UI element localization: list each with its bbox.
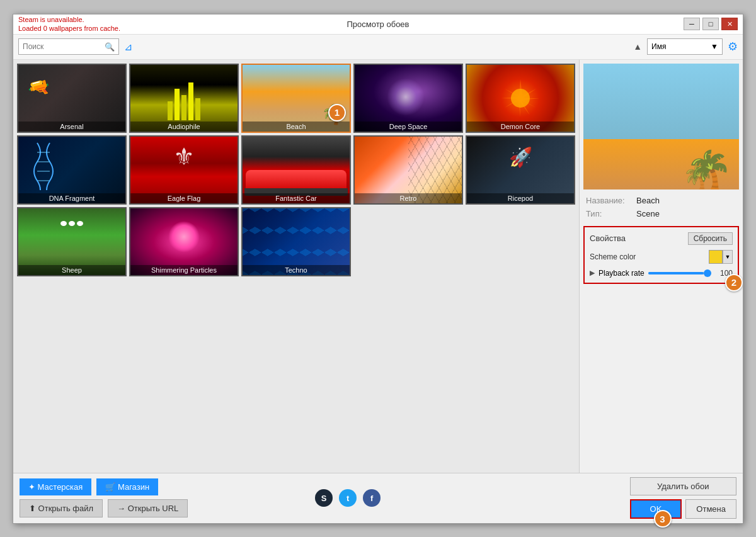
bottom-right-buttons: Удалить обои OK Отмена 3 [630,477,736,519]
badge-1: 1 [328,104,346,122]
open-url-button[interactable]: → Открыть URL [108,499,188,517]
thumb-ricepod[interactable]: 🚀 Ricepod [466,135,575,205]
props-header: Свойства Сбросить [590,232,733,245]
badge-2-overlay: 2 [725,274,743,291]
scheme-color-label: Scheme color [590,252,709,261]
filter-icon[interactable]: ⊿ [124,41,132,53]
thumb-label-sheep: Sheep [18,265,125,275]
thumb-fantasticcar[interactable]: Fantastic Car [241,135,351,205]
thumb-beach[interactable]: 🌴 Beach 1 [241,64,351,133]
steam-icon[interactable]: S [315,489,333,507]
thumb-label-dna: DNA Fragment [18,193,125,203]
thumb-label-ricepod: Ricepod [467,193,574,203]
thumb-eagleflag[interactable]: ⚜ Eagle Flag [129,135,239,205]
search-box: 🔍 [18,38,119,55]
delete-button[interactable]: Удалить обои [630,477,736,495]
cancel-button[interactable]: Отмена [685,499,736,519]
main-window: Steam is unavailable. Loaded 0 wallpaper… [13,14,743,524]
ricepod-icon: 🚀 [509,146,532,168]
file-url-row: ⬆ Открыть файл → Открыть URL [20,499,188,517]
maximize-button[interactable]: □ [702,18,719,30]
playback-slider[interactable] [648,272,711,274]
error-area: Steam is unavailable. Loaded 0 wallpaper… [18,15,120,33]
badge-3: 3 [654,510,672,528]
galaxy-glow [387,78,425,116]
type-label: Тип: [586,209,636,218]
minimize-button[interactable]: ─ [684,18,700,30]
close-button[interactable]: ✕ [721,18,738,30]
shop-button[interactable]: 🛒 Магазин [96,478,158,495]
window-controls: ─ □ ✕ [684,18,738,30]
badge-2: 2 [725,274,743,291]
type-value: Scene [636,209,660,218]
open-file-button[interactable]: ⬆ Открыть файл [20,499,103,517]
title-bar: Steam is unavailable. Loaded 0 wallpaper… [13,14,743,35]
thumb-deepspace[interactable]: Deep Space [353,64,463,133]
dna-svg [25,140,62,190]
bottom-left-buttons: ✦ Мастерская 🛒 Магазин ⬆ Открыть файл → … [20,478,188,517]
name-info-row: Название: Beach [583,196,739,205]
thumb-label-beach: Beach [243,122,350,132]
thumb-arsenal[interactable]: 🔫 Arsenal [17,64,127,133]
thumb-label-shimmering: Shimmering Particles [130,265,238,275]
type-info-row: Тип: Scene [583,209,739,218]
name-value: Beach [636,196,660,205]
slider-fill [648,272,704,274]
badge-1-overlay: 1 [328,104,346,122]
thumb-dna[interactable]: DNA Fragment [17,135,127,205]
sort-dropdown[interactable]: Имя ▼ [647,38,723,55]
thumb-sheep[interactable]: Sheep [17,207,127,276]
properties-box: Свойства Сбросить Scheme color ▼ ▶ Playb… [583,226,739,284]
settings-icon[interactable]: ⚙ [728,40,738,54]
workshop-button[interactable]: ✦ Мастерская [20,478,91,495]
window-title: Просмотр обоев [346,20,409,29]
thumb-audiophile[interactable]: Audiophile [129,64,239,133]
demoncore-spikes [498,76,542,120]
badge-3-overlay: 3 [654,510,672,528]
toolbar: 🔍 ⊿ ▲ Имя ▼ ⚙ [13,35,743,60]
thumb-shimmering[interactable]: Shimmering Particles [129,207,239,276]
side-panel: 🌴 🌴 Название: Beach Тип: Scene Свойства … [579,60,743,473]
bottom-bar: ✦ Мастерская 🛒 Магазин ⬆ Открыть файл → … [13,473,743,523]
gallery-panel: 🔫 Arsenal Audiophile [13,60,579,473]
wallpaper-grid: 🔫 Arsenal Audiophile [17,64,575,276]
color-swatch[interactable] [709,250,723,264]
sort-asc-icon[interactable]: ▲ [633,42,642,52]
twitter-icon[interactable]: t [339,489,357,507]
preview-image: 🌴 🌴 [583,64,739,189]
social-icons: S t f [315,489,381,507]
workshop-shop-row: ✦ Мастерская 🛒 Магазин [20,478,188,495]
search-icon[interactable]: 🔍 [105,42,115,52]
thumb-label-fantasticcar: Fantastic Car [243,193,350,203]
shimmering-glow [168,221,200,252]
main-content: 🔫 Arsenal Audiophile [13,60,743,473]
thumb-label-deepspace: Deep Space [355,122,462,132]
reset-button[interactable]: Сбросить [688,232,733,245]
playback-row: ▶ Playback rate 100 [590,269,733,278]
error-text: Steam is unavailable. Loaded 0 wallpaper… [18,15,120,33]
props-title: Свойства [590,234,626,243]
thumb-techno[interactable]: Techno [241,207,351,276]
scheme-color-row: Scheme color ▼ [590,250,733,264]
color-dropdown-button[interactable]: ▼ [723,250,733,264]
svg-point-1 [511,89,530,108]
name-label: Название: [586,196,636,205]
search-input[interactable] [23,42,105,51]
slider-thumb[interactable] [704,269,711,277]
thumb-demoncore[interactable]: Demon Core [466,64,575,133]
facebook-icon[interactable]: f [363,489,381,507]
ok-cancel-row: OK Отмена 3 [630,499,736,519]
thumb-label-demoncore: Demon Core [467,122,574,132]
play-icon: ▶ [590,269,595,277]
thumb-label-eagleflag: Eagle Flag [130,193,238,203]
thumb-retro[interactable]: Retro [353,135,463,205]
sheep-decoration [60,221,83,226]
dropdown-arrow-icon: ▼ [711,42,718,51]
thumb-label-arsenal: Arsenal [18,122,125,132]
thumb-label-techno: Techno [243,265,350,275]
thumb-label-audiophile: Audiophile [130,122,238,132]
playback-label: Playback rate [598,269,644,278]
thumb-label-retro: Retro [355,193,462,203]
